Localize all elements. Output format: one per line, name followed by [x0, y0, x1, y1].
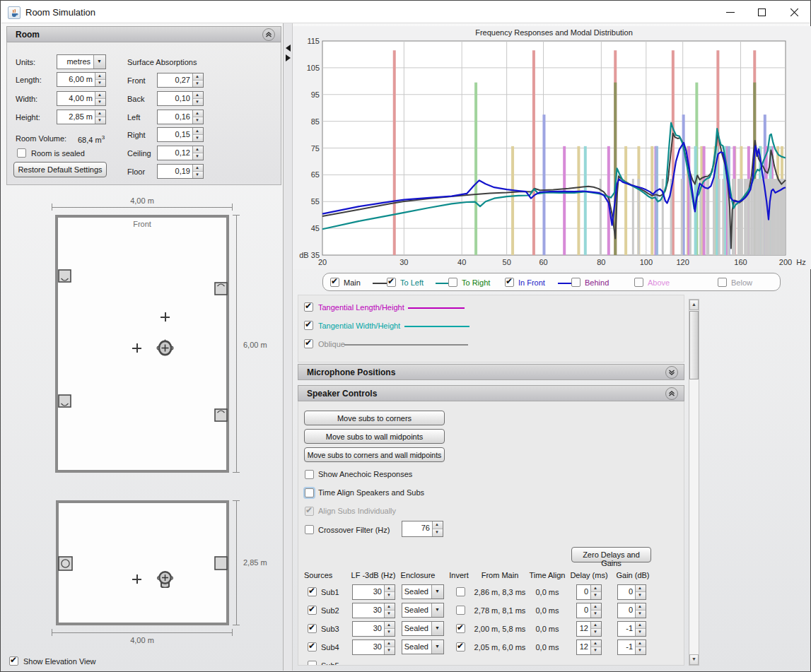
crossover-filter-checkbox[interactable]	[305, 525, 314, 534]
spinner-down-icon[interactable]	[193, 99, 203, 106]
mic-position-marker[interactable]	[132, 343, 141, 353]
sub1-gain-spinner[interactable]: 0	[617, 584, 646, 600]
sub4-lf-spinner[interactable]: 30	[352, 639, 395, 655]
spinner-down-icon[interactable]	[193, 135, 203, 142]
maximize-button[interactable]	[746, 1, 778, 23]
sub1-speaker-icon[interactable]	[58, 269, 71, 284]
spinner-down-icon[interactable]	[636, 611, 646, 618]
collapse-room-button chevron-double-up-icon[interactable]	[262, 28, 275, 41]
spinner-down-icon[interactable]	[193, 81, 203, 88]
spinner-up-icon[interactable]	[591, 622, 601, 629]
elevation-listener-head-icon[interactable]	[157, 570, 173, 589]
spinner-up-icon[interactable]	[95, 92, 105, 99]
speaker-controls-header[interactable]: Speaker Controls	[298, 385, 684, 401]
spinner-down-icon[interactable]	[193, 153, 203, 160]
spinner-down-icon[interactable]	[193, 117, 203, 124]
spinner-down-icon[interactable]	[95, 99, 105, 106]
to-left-checkbox[interactable]	[387, 278, 396, 287]
crossover-frequency-spinner[interactable]: 76	[402, 521, 443, 537]
spinner-up-icon[interactable]	[193, 73, 203, 81]
spinner-down-icon[interactable]	[385, 629, 395, 636]
spinner-down-icon[interactable]	[636, 647, 646, 654]
sub1-invert-checkbox[interactable]	[456, 587, 465, 596]
spinner-down-icon[interactable]	[385, 647, 395, 654]
spinner-up-icon[interactable]	[385, 622, 395, 629]
spinner-down-icon[interactable]	[193, 172, 203, 179]
time-align-speakers-and-subs-checkbox[interactable]	[305, 488, 314, 497]
spinner-up-icon[interactable]	[193, 110, 203, 117]
listener-head-icon[interactable]	[156, 338, 174, 359]
minimize-button[interactable]	[714, 1, 746, 23]
scroll-down-icon[interactable]	[689, 654, 699, 665]
room-is-sealed-checkbox[interactable]	[17, 148, 26, 158]
spinner-up-icon[interactable]	[591, 640, 601, 647]
move-subs-button[interactable]: Move subs to corners and wall midpoints	[304, 447, 445, 462]
spinner-down-icon[interactable]	[385, 611, 395, 618]
spinner-up-icon[interactable]	[591, 603, 601, 611]
show-elevation-view-checkbox[interactable]	[9, 656, 18, 666]
move-subs-button[interactable]: Move subs to wall midpoints	[304, 429, 445, 444]
sub1-enable-checkbox[interactable]	[308, 587, 317, 596]
elevation-left-speaker-icon[interactable]	[58, 556, 73, 572]
sub4-speaker-icon[interactable]	[214, 408, 228, 423]
above-checkbox[interactable]	[634, 278, 643, 287]
scrollbar-thumb[interactable]	[689, 311, 699, 379]
spinner-up-icon[interactable]	[193, 92, 203, 99]
expand-right-icon[interactable]	[286, 54, 291, 61]
to-right-checkbox[interactable]	[448, 278, 457, 287]
chevron-down-icon[interactable]	[93, 55, 105, 69]
chevron-down-icon[interactable]	[431, 585, 443, 599]
dimension-height-spinner[interactable]: 2,85 m	[57, 110, 106, 124]
surface-left-spinner[interactable]: 0,16	[157, 110, 204, 124]
spinner-down-icon[interactable]	[591, 611, 601, 618]
spinner-up-icon[interactable]	[385, 640, 395, 647]
spinner-up-icon[interactable]	[193, 128, 203, 135]
spinner-up-icon[interactable]	[193, 146, 203, 153]
in-front-checkbox[interactable]	[505, 278, 514, 287]
move-subs-button[interactable]: Move subs to corners	[304, 411, 445, 425]
sub1-delay-spinner[interactable]: 0	[576, 584, 602, 600]
spinner-down-icon[interactable]	[95, 80, 105, 87]
sub4-enclosure-select[interactable]: Sealed	[402, 639, 444, 654]
mic-position-marker[interactable]	[132, 574, 141, 584]
scroll-up-icon[interactable]	[689, 300, 699, 310]
dimension-length-spinner[interactable]: 6,00 m	[57, 72, 106, 87]
elevation-right-speaker-icon[interactable]	[214, 556, 228, 572]
spinner-up-icon[interactable]	[636, 603, 646, 611]
sub5-enable-checkbox[interactable]	[308, 661, 317, 666]
sub1-lf-spinner[interactable]: 30	[352, 584, 395, 600]
sub4-gain-spinner[interactable]: -1	[617, 639, 646, 655]
sub2-invert-checkbox[interactable]	[456, 606, 465, 615]
split-pane-divider[interactable]	[283, 23, 293, 671]
spinner-down-icon[interactable]	[591, 647, 601, 654]
below-checkbox[interactable]	[718, 278, 727, 287]
surface-front-spinner[interactable]: 0,27	[157, 73, 204, 88]
sub3-delay-spinner[interactable]: 12	[576, 621, 602, 637]
sub4-invert-checkbox[interactable]	[456, 642, 465, 652]
close-button[interactable]	[778, 1, 810, 23]
chevron-down-icon[interactable]	[431, 603, 443, 617]
spinner-up-icon[interactable]	[636, 585, 646, 592]
zero-delays-and-gains-button[interactable]: Zero Delays and Gains	[571, 547, 651, 562]
spinner-up-icon[interactable]	[95, 73, 105, 80]
spinner-down-icon[interactable]	[433, 529, 443, 537]
spinner-down-icon[interactable]	[385, 592, 395, 599]
sub2-enclosure-select[interactable]: Sealed	[402, 603, 444, 618]
surface-back-spinner[interactable]: 0,10	[157, 91, 204, 106]
sub1-enclosure-select[interactable]: Sealed	[402, 584, 444, 599]
sub4-delay-spinner[interactable]: 12	[576, 639, 602, 655]
microphone-positions-header[interactable]: Microphone Positions	[298, 364, 684, 380]
mode-checkbox[interactable]	[304, 339, 313, 348]
dimension-width-spinner[interactable]: 4,00 m	[57, 91, 106, 106]
spinner-down-icon[interactable]	[95, 117, 105, 124]
restore-default-settings-button[interactable]: Restore Default Settings	[13, 162, 107, 177]
sub4-enable-checkbox[interactable]	[308, 642, 317, 652]
spinner-up-icon[interactable]	[193, 165, 203, 172]
spinner-up-icon[interactable]	[591, 585, 601, 592]
chevron-down-icon[interactable]	[431, 640, 443, 654]
sub3-invert-checkbox[interactable]	[456, 624, 465, 633]
sub3-lf-spinner[interactable]: 30	[352, 621, 395, 637]
mode-checkbox[interactable]	[304, 321, 313, 330]
chevron-down-icon[interactable]	[431, 622, 443, 635]
spinner-up-icon[interactable]	[385, 585, 395, 592]
